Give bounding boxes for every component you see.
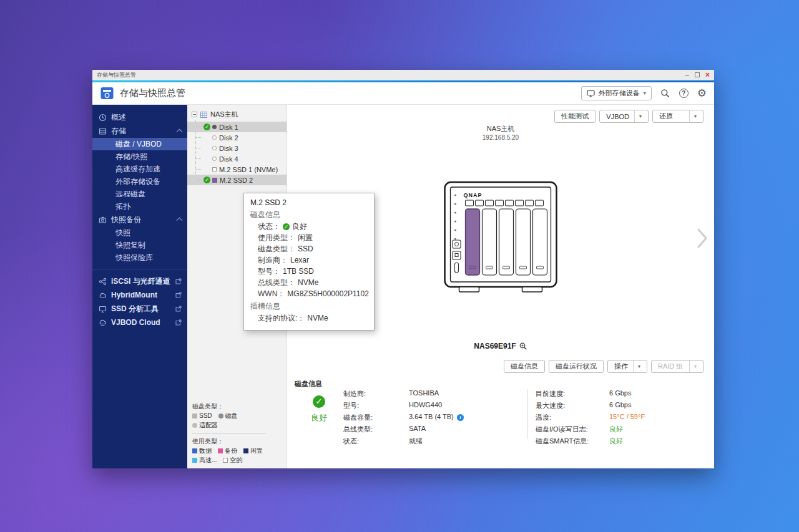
disk-info-right-grid: 目前速度: 6 Gbps 最大速度: 6 Gbps 温度: 15°C / 59°… — [536, 389, 703, 446]
drive-bay-1-occupied[interactable] — [466, 209, 480, 275]
host-block: NAS主机 192.168.5.20 — [287, 124, 714, 141]
tree-item-label: Disk 3 — [219, 145, 238, 152]
sidebar-label: 拓扑 — [115, 201, 130, 212]
sidebar-item-topology[interactable]: 拓扑 — [92, 200, 187, 213]
zoom-in-icon[interactable] — [519, 342, 527, 351]
sidebar-item-snapshot-replica[interactable]: 快照复制 — [92, 239, 187, 251]
drive-bay-4[interactable] — [516, 209, 531, 275]
sidebar-item-ssd-profiling[interactable]: SSD 分析工具 — [92, 302, 187, 316]
drive-bay-5[interactable] — [533, 209, 547, 275]
drive-bay-3[interactable] — [499, 209, 514, 275]
external-link-icon — [175, 306, 182, 312]
tree-item-m2-ssd1[interactable]: M.2 SSD 1 (NVMe) — [187, 164, 287, 175]
field-label: 温度: — [536, 413, 609, 422]
close-icon[interactable]: × — [705, 71, 710, 79]
sidebar-item-hybridmount[interactable]: HybridMount — [92, 288, 187, 302]
sidebar-item-external-storage[interactable]: 外部存储设备 — [92, 175, 187, 188]
window-title: 存储与快照总管 — [97, 71, 136, 79]
dropdown-arrow-icon: ▾ — [644, 90, 646, 96]
sidebar-item-remote-disk[interactable]: 远程磁盘 — [92, 188, 187, 200]
external-link-icon — [175, 278, 182, 284]
device-id-block: NAS69E91F — [287, 342, 714, 351]
external-storage-label: 外部存储设备 — [599, 89, 640, 98]
host-ip: 192.168.5.20 — [287, 134, 714, 141]
backup-swatch — [218, 448, 223, 453]
hybridmount-cloud-icon — [98, 291, 107, 299]
field-value: 6 Gbps — [609, 401, 703, 410]
tooltip-label: 制造商： — [258, 254, 288, 266]
sidebar: 概述 存储 磁盘 / VJBOD 存储/快照 高速缓存加速 外部存储设备 — [92, 105, 187, 468]
vjbod-dropdown-button[interactable]: VJBOD ▾ — [599, 110, 649, 123]
tooltip-label: 支持的协议:： — [258, 312, 305, 324]
empty-m2-marker-icon — [212, 167, 217, 172]
tree-item-label: Disk 1 — [219, 123, 238, 131]
tooltip-label: 总线类型： — [258, 277, 295, 288]
sidebar-item-storage[interactable]: 存储 — [92, 124, 187, 138]
sidebar-item-snapshot-vault[interactable]: 快照保险库 — [92, 251, 187, 264]
chevron-up-icon[interactable] — [177, 218, 183, 224]
gear-icon[interactable]: ⚙ — [697, 88, 707, 99]
external-link-icon — [175, 319, 182, 326]
tooltip-value: MG8ZS5H000002P1102 — [287, 288, 369, 299]
tree-item-disk3[interactable]: Disk 3 — [187, 143, 287, 153]
empty-swatch — [223, 458, 228, 463]
maximize-icon[interactable] — [695, 72, 700, 77]
external-storage-button[interactable]: 外部存储设备 ▾ — [581, 86, 652, 100]
field-label: 最大速度: — [536, 401, 609, 410]
raid-group-dropdown-button: RAID 组 ▾ — [651, 360, 703, 373]
sidebar-label: 磁盘 / VJBOD — [115, 139, 162, 150]
tree-item-m2-ssd2[interactable]: M.2 SSD 2 — [187, 175, 287, 185]
sidebar-item-vjbod-cloud[interactable]: VJBOD Cloud — [92, 316, 187, 329]
help-icon[interactable]: ? — [679, 89, 689, 98]
disk-info-button[interactable]: 磁盘信息 — [504, 360, 545, 373]
field-value: HDWG440 — [409, 401, 527, 410]
app-header: 存储与快照总管 外部存储设备 ▾ ? ⚙ — [92, 82, 714, 105]
info-icon[interactable]: i — [457, 414, 464, 421]
legend-item-data: 数据 — [192, 446, 212, 455]
dropdown-arrow-icon: ▾ — [689, 110, 697, 122]
tooltip-value: 良好 — [292, 221, 307, 232]
sidebar-item-cache-acceleration[interactable]: 高速缓存加速 — [92, 163, 187, 175]
legend-disk-type-title: 磁盘类型： — [192, 402, 284, 411]
tooltip-value: Lexar — [290, 254, 309, 266]
sidebar-label: 快照复制 — [115, 240, 145, 251]
sidebar-label: SSD 分析工具 — [111, 304, 159, 314]
sidebar-item-iscsi[interactable]: iSCSI 与光纤通道 — [92, 274, 187, 288]
minimize-icon[interactable]: – — [685, 72, 689, 78]
sidebar-item-overview[interactable]: 概述 — [92, 110, 187, 124]
drive-bay-2[interactable] — [483, 209, 497, 275]
sidebar-item-snapshot-backup[interactable]: 快照备份 — [92, 213, 187, 226]
performance-test-button[interactable]: 性能测试 — [554, 110, 596, 123]
tree-item-disk4[interactable]: Disk 4 — [187, 153, 287, 164]
next-device-chevron-icon[interactable] — [695, 226, 709, 251]
tooltip-label: 状态： — [258, 221, 280, 232]
tree-item-label: Disk 4 — [219, 155, 238, 163]
tooltip-value: NVMe — [298, 277, 318, 288]
adapter-swatch — [192, 423, 197, 428]
search-icon[interactable] — [660, 89, 670, 99]
smart-status-value: 良好 — [609, 437, 703, 446]
field-value: TOSHIBA — [409, 389, 527, 399]
tree-root-nas-host[interactable]: NAS主机 — [187, 108, 287, 122]
sidebar-item-snapshot[interactable]: 快照 — [92, 226, 187, 239]
field-value: 就绪 — [409, 437, 527, 446]
tree-item-disk1[interactable]: Disk 1 — [187, 122, 287, 132]
legend-item-idle: 闲置 — [243, 446, 263, 455]
operation-dropdown-button[interactable]: 操作 ▾ — [607, 360, 647, 373]
sidebar-item-disks-vjbod[interactable]: 磁盘 / VJBOD — [92, 138, 187, 150]
tooltip-value: 1TB SSD — [283, 266, 314, 277]
collapse-icon[interactable] — [192, 112, 197, 117]
legend-item-empty: 空的 — [223, 455, 242, 465]
restore-dropdown-button[interactable]: 还原 ▾ — [652, 110, 703, 123]
app-window: 存储与快照总管 – × 存储与快照总管 外部存储设备 ▾ — [92, 70, 714, 468]
disk-info-left-grid: 制造商: TOSHIBA 型号: HDWG440 磁盘容量: 3.64 TB (… — [343, 389, 527, 446]
sidebar-item-storage-snapshot[interactable]: 存储/快照 — [92, 150, 187, 163]
hdd-marker-icon — [212, 125, 217, 129]
nas-device-illustration[interactable]: QNAP — [443, 180, 559, 297]
disk-health-button[interactable]: 磁盘运行状况 — [549, 360, 604, 373]
field-label: 型号: — [343, 401, 409, 410]
idle-swatch — [243, 448, 248, 453]
legend-item-adapter: 适配器 — [192, 420, 218, 430]
tree-item-disk2[interactable]: Disk 2 — [187, 132, 287, 143]
chevron-up-icon[interactable] — [177, 129, 183, 135]
